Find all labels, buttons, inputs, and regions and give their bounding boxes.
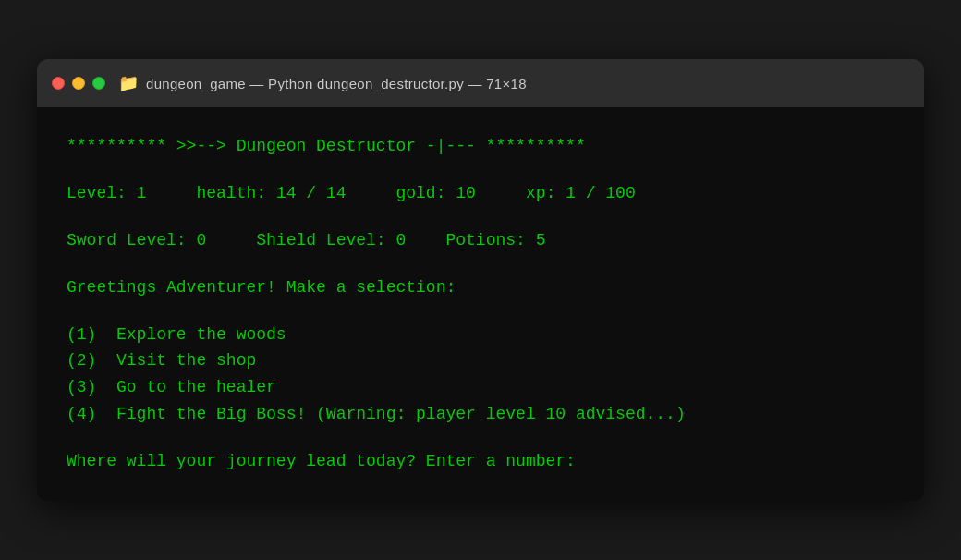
option4-line: (4) Fight the Big Boss! (Warning: player…	[67, 401, 894, 428]
titlebar: 📁 dungeon_game — Python dungeon_destruct…	[37, 59, 924, 107]
prompt-line: Greetings Adventurer! Make a selection:	[67, 274, 894, 301]
terminal-window: 📁 dungeon_game — Python dungeon_destruct…	[37, 59, 924, 500]
option2-line: (2) Visit the shop	[67, 347, 894, 374]
window-title: dungeon_game — Python dungeon_destructor…	[146, 76, 527, 91]
header-line: ********** >>--> Dungeon Destructor -|--…	[67, 133, 894, 160]
equipment-line: Sword Level: 0 Shield Level: 0 Potions: …	[67, 227, 894, 254]
maximize-button[interactable]	[92, 77, 105, 90]
minimize-button[interactable]	[72, 77, 85, 90]
stats-line: Level: 1 health: 14 / 14 gold: 10 xp: 1 …	[67, 180, 894, 207]
close-button[interactable]	[52, 77, 65, 90]
option3-line: (3) Go to the healer	[67, 374, 894, 401]
terminal-body[interactable]: ********** >>--> Dungeon Destructor -|--…	[37, 107, 924, 500]
folder-icon: 📁	[118, 73, 139, 93]
input-prompt-line: Where will your journey lead today? Ente…	[67, 448, 894, 475]
traffic-lights	[52, 77, 105, 90]
option1-line: (1) Explore the woods	[67, 322, 894, 348]
